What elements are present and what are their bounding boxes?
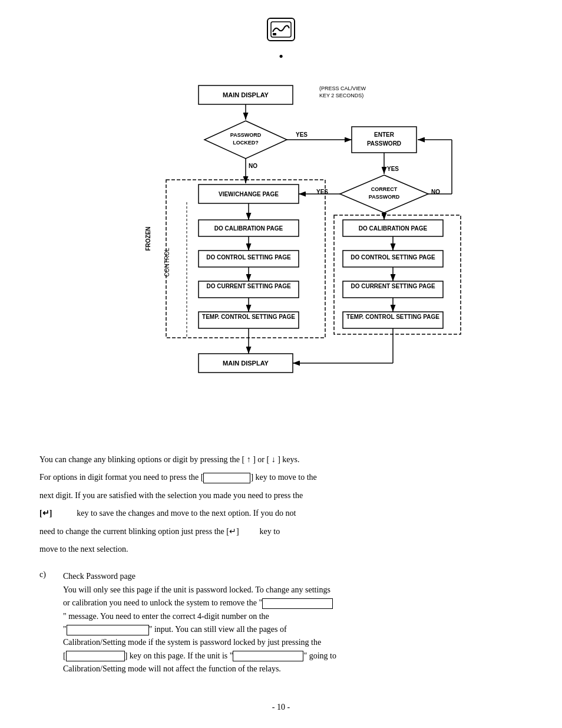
para-5: need to change the current blinking opti… <box>39 525 523 538</box>
section-c: c) Check Password page You will only see… <box>39 570 523 676</box>
flowchart-area: MAIN DISPLAY (PRESS CAL/VIEW KEY 2 SECON… <box>75 74 487 442</box>
section-c-para4: "" input. You can still view all the pag… <box>63 623 336 636</box>
svg-text:DO CURRENT SETTING PAGE: DO CURRENT SETTING PAGE <box>206 283 290 289</box>
svg-text:PASSWORD: PASSWORD <box>369 194 400 200</box>
svg-text:CONTROL: CONTROL <box>164 248 170 276</box>
svg-text:DO CURRENT  SETTING PAGE: DO CURRENT SETTING PAGE <box>351 283 435 289</box>
instrument-icon <box>267 18 295 41</box>
svg-text:YES: YES <box>387 166 399 172</box>
svg-text:PASSWORD: PASSWORD <box>230 132 262 138</box>
svg-text:TEMP. CONTROL SETTING PAGE: TEMP. CONTROL SETTING PAGE <box>346 314 439 320</box>
section-c-content: Check Password page You will only see th… <box>63 570 336 676</box>
key-box-pw2 <box>67 625 149 635</box>
svg-text:ENTER: ENTER <box>374 131 395 138</box>
body-text: You can change any blinking options or d… <box>39 453 523 561</box>
svg-text:DO CONTROL SETTING PAGE: DO CONTROL SETTING PAGE <box>206 254 291 261</box>
svg-text:DO CALIBRATION PAGE: DO CALIBRATION PAGE <box>214 225 283 232</box>
para-4: [↵] key to save the changes and move to … <box>39 507 523 520</box>
section-c-para5: Calibration/Setting mode if the system i… <box>63 636 336 649</box>
key-box-1 <box>203 473 250 483</box>
svg-text:YES: YES <box>296 131 308 138</box>
section-c-para1: You will only see this page if the unit … <box>63 584 336 597</box>
enter-key-symbol: [↵] <box>39 509 52 518</box>
down-arrow-symbol: ↓ <box>272 455 278 464</box>
svg-text:CORRECT: CORRECT <box>371 186 398 192</box>
section-c-para2: or calibration you need to unlock the sy… <box>63 597 336 610</box>
page-number: - 10 - <box>272 703 290 712</box>
svg-text:DO CALIBRATION PAGE: DO CALIBRATION PAGE <box>359 225 428 232</box>
section-c-label: c) <box>39 570 57 579</box>
svg-text:(PRESS CAL/VIEW: (PRESS CAL/VIEW <box>319 85 366 91</box>
para-2: For options in digit format you need to … <box>39 471 523 484</box>
svg-text:NO: NO <box>249 163 257 169</box>
key-box-pw1 <box>262 598 333 609</box>
section-c-para3: " message. You need to enter the correct… <box>63 610 336 623</box>
svg-text:PASSWORD: PASSWORD <box>367 140 401 147</box>
svg-text:FROZEN: FROZEN <box>145 226 151 251</box>
para-3: next digit. If you are satisfied with th… <box>39 489 523 502</box>
flowchart-svg: MAIN DISPLAY (PRESS CAL/VIEW KEY 2 SECON… <box>75 74 487 439</box>
section-c-title: Check Password page <box>63 570 336 583</box>
svg-text:DO CONTROL SETTING PAGE: DO CONTROL SETTING PAGE <box>351 254 435 261</box>
svg-text:TEMP. CONTROL SETTING PAGE: TEMP. CONTROL SETTING PAGE <box>202 314 295 320</box>
key-box-pw3 <box>66 651 125 661</box>
svg-text:KEY 2 SECONDS): KEY 2 SECONDS) <box>319 93 363 98</box>
svg-text:VIEW/CHANGE PAGE: VIEW/CHANGE PAGE <box>219 191 279 197</box>
section-c-para7: Calibration/Setting mode will not affect… <box>63 663 336 676</box>
svg-rect-15 <box>352 127 416 153</box>
up-arrow-symbol: ↑ <box>247 455 253 464</box>
bullet-point: • <box>279 49 283 64</box>
svg-text:MAIN DISPLAY: MAIN DISPLAY <box>223 360 269 367</box>
svg-text:MAIN DISPLAY: MAIN DISPLAY <box>223 91 269 98</box>
section-c-para6: [] key on this page. If the unit is "" g… <box>63 650 336 663</box>
para-1: You can change any blinking options or d… <box>39 453 523 466</box>
svg-rect-1 <box>273 33 276 35</box>
svg-text:LOCKED?: LOCKED? <box>233 140 259 146</box>
para-6: move to the next selection. <box>39 543 523 556</box>
icon-svg <box>270 21 292 38</box>
page-container: • MAIN DISPLAY (PRESS CAL/VIEW KEY 2 SEC… <box>35 12 527 712</box>
key-box-pw4 <box>233 651 303 661</box>
top-icon-area <box>267 18 295 41</box>
